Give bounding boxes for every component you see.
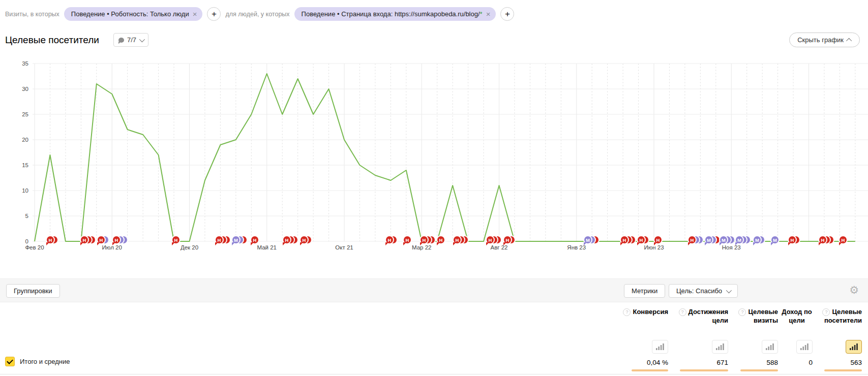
goal-select-label: Цель: Спасибо	[676, 287, 722, 295]
comment-marker[interactable]: М	[753, 235, 772, 247]
comment-marker[interactable]: Н	[46, 235, 65, 247]
comment-bubble-icon: Н	[839, 235, 848, 244]
comment-marker[interactable]: Н	[300, 235, 319, 247]
svg-text:10: 10	[22, 187, 28, 194]
metric-icon-cell	[779, 336, 814, 355]
metric-icon-cell	[609, 336, 669, 355]
comment-bubble-icon: М	[231, 235, 241, 244]
metric-chart-toggle[interactable]	[796, 340, 813, 354]
total-value: 563	[814, 355, 863, 371]
comment-marker[interactable]: М	[735, 235, 754, 247]
comment-bubble-icon: М	[704, 235, 713, 244]
svg-text:20: 20	[22, 137, 28, 143]
comment-marker[interactable]: Н	[250, 235, 270, 247]
comment-bubble-icon: Н	[453, 235, 462, 244]
comment-bubble-icon: Н	[503, 235, 512, 244]
hide-chart-button[interactable]: Скрыть график	[789, 33, 860, 47]
chevron-up-icon	[846, 38, 852, 43]
add-filter-button[interactable]: +	[207, 7, 221, 21]
groupings-button[interactable]: Группировки	[6, 284, 60, 298]
filter-chip-entry-page[interactable]: Поведение • Страница входа: https://sumk…	[294, 7, 496, 21]
comment-bubble-icon: М	[770, 235, 780, 244]
comment-marker[interactable]: Н	[453, 235, 472, 247]
comment-bubble-icon: Н	[687, 235, 697, 244]
comment-marker[interactable]: Н	[112, 235, 131, 247]
svg-text:5: 5	[25, 213, 28, 219]
comment-bubble-icon: Н	[818, 235, 827, 244]
value-heat-bar	[740, 369, 778, 371]
comment-marker[interactable]: Н	[486, 235, 505, 247]
svg-text:35: 35	[22, 60, 28, 67]
comment-bubble-icon: Н	[250, 235, 259, 244]
metric-icon-cell	[669, 336, 729, 355]
metrics-table: ?Конверсия?Достижения цели?Целевые визит…	[609, 305, 863, 371]
help-icon[interactable]: ?	[738, 308, 746, 316]
help-icon[interactable]: ?	[623, 308, 631, 316]
help-icon[interactable]: ?	[679, 308, 686, 316]
svg-text:30: 30	[22, 86, 28, 92]
metrics-button[interactable]: Метрики	[624, 284, 665, 298]
page-title: Целевые посетители	[5, 35, 99, 46]
chevron-down-icon	[726, 287, 732, 293]
column-header: ?Конверсия	[609, 305, 669, 336]
comment-marker[interactable]: Н	[385, 235, 404, 247]
comment-bubble-icon: Н	[436, 235, 445, 244]
comment-marker[interactable]: М	[770, 235, 790, 247]
wildcard-char: *	[480, 10, 483, 18]
x-axis-label: Фев 20	[25, 244, 44, 250]
comment-bubble-icon: Н	[385, 235, 394, 244]
comments-dropdown-button[interactable]: 7/7	[113, 33, 148, 47]
comment-marker[interactable]: Н	[818, 235, 837, 247]
comment-bubble-icon: Н	[171, 235, 181, 244]
comment-bubble-icon: М	[719, 235, 728, 244]
comment-bubble-icon: М	[753, 235, 762, 244]
line-chart: 05101520253035 Фев 20Июл 20Дек 20Май 21О…	[0, 56, 868, 259]
metric-icon-cell	[814, 336, 863, 355]
comment-marker[interactable]: Н	[171, 235, 191, 247]
total-value: 671	[669, 355, 729, 371]
comment-marker[interactable]: Н	[653, 235, 673, 247]
metric-chart-toggle[interactable]	[762, 340, 778, 354]
comment-marker[interactable]: М	[583, 235, 603, 247]
goal-select[interactable]: Цель: Спасибо	[669, 284, 738, 298]
value-heat-bar	[824, 369, 862, 371]
comment-marker[interactable]: Н	[839, 235, 858, 247]
add-people-filter-button[interactable]: +	[500, 7, 514, 21]
gear-icon[interactable]: ⚙	[849, 285, 859, 295]
chart-canvas: 05101520253035	[0, 56, 868, 259]
remove-filter-icon[interactable]: ×	[193, 10, 197, 18]
comment-bubble-icon: М	[583, 235, 592, 244]
comment-marker[interactable]: Н	[503, 235, 522, 247]
comment-bubble-icon: Н	[282, 235, 291, 244]
comment-bubble-icon: Н	[80, 235, 89, 244]
visits-filter-label: Визиты, в которых	[5, 11, 59, 18]
totals-checkbox[interactable]	[5, 357, 15, 366]
comment-bubble-icon: Н	[300, 235, 309, 244]
column-header: ?Целевые посетители	[814, 305, 863, 336]
comment-marker[interactable]: Н	[282, 235, 302, 247]
people-filter-label: для людей, у которых	[225, 11, 289, 18]
metric-chart-toggle[interactable]	[712, 340, 728, 354]
comment-bubble-icon	[118, 38, 124, 43]
help-icon[interactable]: ?	[822, 308, 830, 316]
comment-bubble-icon: Н	[788, 235, 797, 244]
totals-row: Итого и средние	[5, 357, 70, 366]
filter-chip-text: Поведение • Страница входа: https://sumk…	[302, 10, 483, 18]
svg-text:0: 0	[25, 238, 28, 244]
value-heat-bar	[680, 369, 728, 371]
x-axis-label: Окт 21	[335, 244, 353, 250]
comment-bubble-icon: Н	[653, 235, 663, 244]
comment-bubble-icon: М	[735, 235, 744, 244]
column-header: ?Достижения цели	[669, 305, 729, 336]
filter-chip-robotness[interactable]: Поведение • Роботность: Только люди ×	[64, 7, 203, 21]
metric-chart-toggle[interactable]	[652, 340, 668, 354]
comments-count: 7/7	[127, 36, 136, 44]
remove-filter-icon[interactable]: ×	[486, 10, 491, 18]
comment-marker[interactable]: М	[231, 235, 251, 247]
comment-marker[interactable]: Н	[788, 235, 807, 247]
svg-text:15: 15	[22, 162, 28, 168]
comment-bubble-icon: Н	[97, 235, 106, 244]
filter-bar: Визиты, в которых Поведение • Роботность…	[5, 7, 514, 21]
comment-bubble-icon: Н	[403, 235, 412, 244]
metric-chart-toggle[interactable]	[846, 340, 862, 354]
